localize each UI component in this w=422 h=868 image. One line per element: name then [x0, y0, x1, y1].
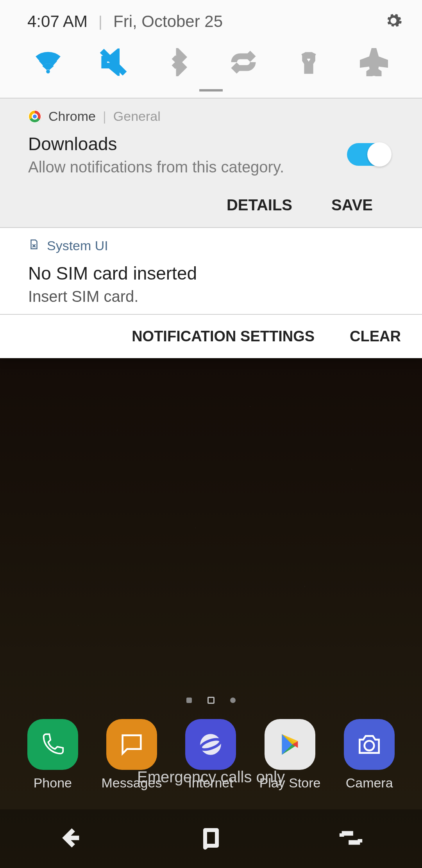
save-button[interactable]: SAVE [331, 196, 373, 214]
notification-chrome[interactable]: Chrome | General Downloads Allow notific… [0, 99, 422, 227]
shade-footer: NOTIFICATION SETTINGS CLEAR [0, 315, 422, 358]
internet-icon [185, 719, 236, 770]
svg-point-3 [46, 70, 50, 74]
phone-icon [27, 719, 78, 770]
shade-drag-handle[interactable] [199, 89, 223, 91]
recents-button[interactable] [337, 824, 365, 853]
clear-button[interactable]: CLEAR [350, 328, 401, 345]
notif-title: Downloads [28, 133, 347, 154]
notif-subtitle: Allow notifications from this category. [28, 158, 347, 185]
notification-shade[interactable]: 4:07 AM | Fri, October 25 [0, 0, 422, 358]
sim-missing-icon [28, 238, 40, 253]
dock: Phone Messages Internet Play Store Camer… [0, 708, 422, 802]
back-button[interactable] [57, 824, 85, 853]
playstore-icon [265, 719, 315, 770]
notif-category: General [113, 109, 161, 124]
android-navbar [0, 809, 422, 868]
messages-icon [106, 719, 157, 770]
date: Fri, October 25 [113, 12, 223, 31]
qs-wifi[interactable] [32, 48, 64, 76]
settings-gear-icon[interactable] [384, 12, 402, 31]
qs-bluetooth[interactable] [163, 48, 194, 76]
clock: 4:07 AM [27, 12, 88, 31]
notif-app-name: Chrome [48, 109, 96, 124]
chrome-icon [28, 110, 41, 123]
network-status-overlay: Emergency calls only [0, 768, 422, 786]
details-button[interactable]: DETAILS [227, 196, 292, 214]
home-page-indicator [0, 697, 422, 704]
qs-sound-mute[interactable] [98, 48, 129, 76]
qs-flashlight[interactable] [293, 48, 324, 76]
qs-auto-rotate[interactable] [228, 48, 259, 76]
status-bar: 4:07 AM | Fri, October 25 [0, 0, 422, 39]
notification-systemui[interactable]: System UI No SIM card inserted Insert SI… [0, 228, 422, 314]
qs-airplane[interactable] [358, 48, 390, 76]
allow-notifications-toggle[interactable] [347, 143, 391, 166]
notif-title: No SIM card inserted [28, 263, 394, 284]
svg-point-2 [365, 741, 374, 750]
notif-subtitle: Insert SIM card. [28, 288, 394, 314]
notif-app-name: System UI [47, 238, 108, 253]
quick-settings-row [0, 39, 422, 89]
notification-settings-button[interactable]: NOTIFICATION SETTINGS [132, 328, 315, 345]
camera-icon [344, 719, 395, 770]
home-button[interactable] [199, 826, 223, 851]
